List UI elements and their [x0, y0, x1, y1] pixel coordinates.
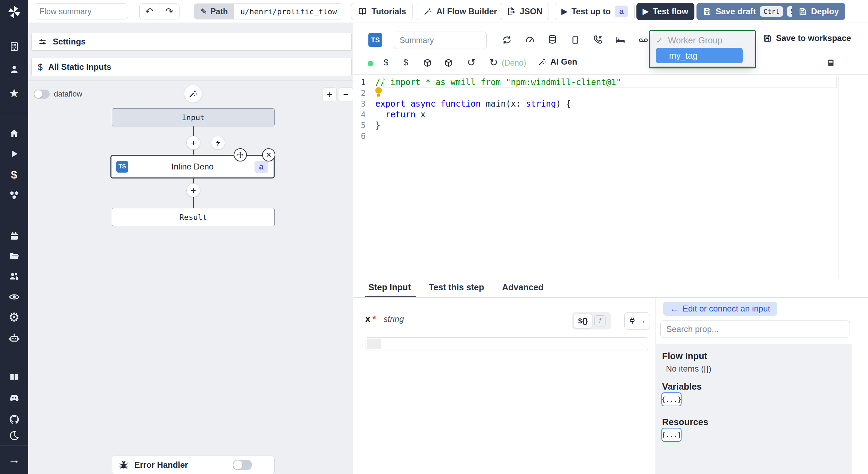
result-node[interactable]: Result: [112, 208, 275, 226]
cache-database-icon[interactable]: [547, 34, 558, 44]
folders-icon[interactable]: [0, 247, 28, 266]
favorites-star-icon[interactable]: ★: [0, 83, 28, 103]
test-up-to-button[interactable]: ▶ Test up to a: [555, 3, 635, 20]
tab-advanced[interactable]: Advanced: [502, 282, 543, 292]
edit-or-connect-button[interactable]: ← Edit or connect an input: [663, 302, 777, 316]
deno-label: (Deno): [502, 58, 526, 68]
lightbulb-icon[interactable]: [375, 87, 382, 97]
audit-eye-icon[interactable]: [0, 287, 28, 307]
variables-heading: Variables: [662, 381, 702, 392]
field-label-row: x * string: [365, 314, 404, 324]
user-icon[interactable]: [0, 60, 28, 79]
history-icon[interactable]: ↺: [467, 56, 476, 68]
error-handler-toggle[interactable]: [233, 460, 252, 470]
run-status-dot: [368, 61, 373, 66]
runs-play-icon[interactable]: [0, 144, 28, 164]
tab-test-this-step[interactable]: Test this step: [429, 282, 484, 292]
tab-step-input[interactable]: Step Input: [368, 282, 411, 292]
save-draft-button[interactable]: Save draft Ctrl S: [696, 3, 804, 20]
package-icon[interactable]: [423, 58, 432, 68]
tutorials-button[interactable]: Tutorials: [351, 3, 413, 20]
windmill-logo-icon[interactable]: [0, 3, 28, 21]
resources-braces-chip[interactable]: {...}: [661, 428, 682, 442]
undo-button[interactable]: ↶: [140, 4, 159, 19]
test-flow-button[interactable]: ▶ Test flow: [636, 3, 694, 20]
mock-square-icon[interactable]: [570, 35, 581, 45]
ai-gen-button[interactable]: AI Gen: [538, 57, 577, 67]
plug-icon: [628, 317, 636, 325]
inline-deno-node[interactable]: TS Inline Deno a ×: [110, 155, 275, 178]
collapse-arrow-icon[interactable]: →: [0, 450, 28, 469]
insert-step-button[interactable]: +: [186, 183, 200, 197]
schedules-calendar-icon[interactable]: [0, 226, 28, 246]
field-value-input[interactable]: [366, 337, 648, 350]
library-book-icon[interactable]: [826, 58, 836, 68]
step-id-badge: a: [615, 6, 628, 17]
zoom-in-button[interactable]: +: [323, 88, 337, 101]
shared-dir-voicemail-icon[interactable]: [638, 36, 649, 44]
trigger-bolt-button[interactable]: [211, 136, 225, 150]
zoom-out-button[interactable]: −: [339, 88, 353, 101]
home-icon[interactable]: [0, 124, 28, 143]
flow-summary-input[interactable]: [34, 3, 128, 19]
arrow-left-icon: ←: [670, 304, 678, 314]
delete-step-button[interactable]: ×: [262, 148, 275, 161]
dataflow-toggle[interactable]: [34, 90, 50, 99]
input-node[interactable]: Input: [112, 108, 275, 126]
sidebar: ★ $ ⚙: [0, 0, 28, 474]
code-lines[interactable]: 1// import * as wmill from "npm:windmill…: [353, 77, 837, 141]
variables-dollar-icon[interactable]: $: [0, 165, 28, 184]
ts-lang-badge: TS: [116, 161, 128, 173]
path-button[interactable]: ✎ Path: [194, 4, 234, 19]
search-prop-input[interactable]: [660, 321, 850, 338]
docs-book-icon[interactable]: [0, 367, 28, 387]
discord-icon[interactable]: [0, 389, 28, 408]
book-open-icon: [358, 7, 367, 16]
summary-input[interactable]: [394, 32, 487, 49]
kbd-ctrl: Ctrl: [760, 6, 783, 17]
suspend-phone-icon[interactable]: [593, 34, 603, 45]
ts-lang-badge: TS: [368, 33, 382, 47]
sleep-bed-icon[interactable]: [615, 35, 626, 45]
save-to-workspace-button[interactable]: Save to workspace: [763, 33, 851, 43]
path-value[interactable]: u/henri/prolific_flow: [234, 4, 343, 19]
variables-dollar-icon[interactable]: $: [403, 58, 408, 67]
dollar-icon: $: [38, 62, 43, 72]
fn-mode-button[interactable]: f: [594, 315, 606, 326]
flow-settings-button[interactable]: Settings: [31, 33, 352, 51]
sliders-icon: [38, 37, 47, 47]
move-step-handle[interactable]: [234, 148, 247, 161]
error-handler-card[interactable]: Error Handler: [112, 456, 275, 474]
workspace-icon[interactable]: [0, 37, 28, 56]
retries-repeat-icon[interactable]: [502, 35, 512, 45]
worker-group-option[interactable]: ✓ Worker Group: [656, 35, 749, 45]
ai-flow-builder-button[interactable]: AI Flow Builder: [417, 3, 504, 20]
expr-mode-button[interactable]: ${}: [574, 314, 592, 328]
groups-users-gear-icon[interactable]: [0, 267, 28, 286]
connect-input-button[interactable]: →: [624, 312, 650, 330]
resources-cubes-icon[interactable]: [0, 185, 28, 205]
selected-tag-option[interactable]: my_tag: [656, 48, 743, 63]
dark-mode-moon-icon[interactable]: [0, 426, 28, 445]
panel-divider: [28, 80, 353, 81]
connect-input-panel: ← Edit or connect an input Flow Input No…: [656, 298, 868, 474]
deploy-button[interactable]: Deploy: [792, 3, 845, 20]
package-icon[interactable]: [444, 58, 453, 68]
input-mode-toggle: ${} f: [572, 312, 611, 330]
variables-braces-chip[interactable]: {...}: [661, 392, 682, 406]
refresh-icon[interactable]: ↻: [489, 56, 498, 68]
early-stop-gauge-icon[interactable]: [525, 35, 535, 45]
editor-divider: [353, 74, 868, 75]
redo-button[interactable]: ↷: [159, 4, 179, 19]
settings-gear-icon[interactable]: ⚙: [0, 308, 28, 327]
graph-wand-button[interactable]: [184, 85, 202, 103]
static-inputs-dollar-icon[interactable]: $: [384, 58, 388, 67]
all-static-inputs-button[interactable]: $ All Static Inputs: [31, 58, 352, 76]
ai-robot-icon[interactable]: [0, 328, 28, 348]
worker-group-select[interactable]: ✓ Worker Group my_tag: [649, 30, 756, 68]
check-icon: ✓: [656, 35, 663, 45]
insert-step-button[interactable]: +: [186, 136, 200, 150]
input-gutter: [367, 339, 381, 349]
editor-right-divider: [838, 74, 839, 278]
json-button[interactable]: JSON: [500, 3, 549, 20]
